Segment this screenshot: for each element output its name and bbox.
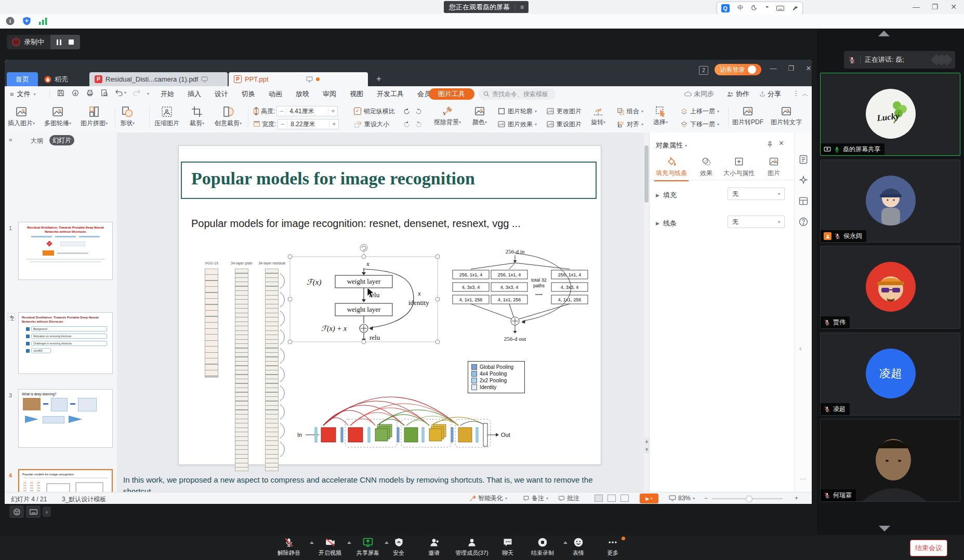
dense-connections-diagram[interactable]: In Out (294, 364, 525, 455)
group-button[interactable]: 组合▾ (617, 106, 643, 116)
tab-count-button[interactable]: 2 (699, 66, 708, 75)
compress-picture-button[interactable]: 压缩图片 (154, 105, 179, 128)
menu-design[interactable]: 设计 (215, 89, 228, 99)
print-icon[interactable] (86, 89, 94, 97)
meeting-info-icon[interactable]: i (5, 16, 15, 26)
zoom-out-button[interactable]: − (704, 495, 708, 502)
smart-beautify-button[interactable]: 智能美化▾ (469, 494, 507, 503)
remove-background-button[interactable]: 抠除背景▾ (434, 105, 461, 127)
reading-view-button[interactable] (620, 495, 629, 502)
height-stepper[interactable]: − 4.41厘米 + (276, 106, 338, 116)
share-button[interactable]: 分享 (759, 89, 781, 99)
width-stepper[interactable]: − 8.22厘米 + (278, 119, 339, 129)
menu-animation[interactable]: 动画 (269, 89, 282, 99)
zoom-level-button[interactable]: 83%▾ (669, 495, 695, 502)
tab-docer[interactable]: 稻壳 (39, 72, 88, 86)
participant-tile[interactable]: 凌超 凌超 (820, 332, 960, 416)
ime-punct-icon[interactable]: ❞ (766, 5, 769, 11)
collaborate-button[interactable]: 协作 (727, 89, 749, 99)
send-backward-button[interactable]: 下移一层▾ (680, 119, 719, 129)
tab-fill-and-line[interactable]: 填充与线条 (654, 156, 689, 178)
pause-recording-button[interactable] (57, 39, 61, 45)
slideshow-play-button[interactable]: ▶▾ (640, 494, 658, 503)
reset-picture-button[interactable]: 重设图片 (546, 119, 582, 129)
mic-options-caret[interactable] (310, 541, 314, 544)
rail-sparkle-icon[interactable] (798, 175, 809, 185)
resnext-block-diagram[interactable]: 256-d in 256, 1x1, 44, 3x3, 44, 1x1, 256… (450, 247, 600, 346)
tab-ppt-document[interactable]: P PPT.ppt (229, 72, 368, 86)
panel-close-icon[interactable]: ✕ (778, 139, 784, 147)
tab-pdf-document[interactable]: P Residual_Disti...camera (1).pdf (89, 72, 228, 86)
zoom-slider-handle[interactable] (746, 496, 752, 502)
tab-effects[interactable]: 效果 (697, 156, 715, 178)
picture-carousel-button[interactable]: 多图轮播▾ (44, 105, 71, 128)
residual-column[interactable] (265, 269, 279, 471)
plain-column[interactable] (235, 269, 248, 471)
collapse-ribbon-icon[interactable]: ︿ (802, 89, 809, 99)
pin-icon[interactable] (766, 141, 774, 149)
fill-section-row[interactable]: ▶填充 (656, 191, 677, 200)
line-select[interactable]: 无▾ (728, 216, 785, 228)
picture-to-pdf-button[interactable]: 图片转PDF (732, 105, 763, 127)
participant-tile[interactable]: 侯永阔 (820, 159, 960, 243)
picture-color-button[interactable]: 颜色▾ (472, 105, 487, 127)
redo-button[interactable] (133, 89, 141, 96)
file-menu[interactable]: ≡文件▾ (10, 89, 36, 99)
rail-properties-icon[interactable] (798, 154, 809, 165)
rail-more-icon[interactable]: ⋯ (800, 475, 806, 483)
participant-tile-screen-share[interactable]: Lucky 磊的屏幕共享 (820, 73, 960, 156)
previous-slide-button[interactable]: ▲ (644, 438, 649, 445)
end-meeting-button[interactable]: 结束会议 (910, 540, 947, 556)
ime-lang-icon[interactable]: 中 (737, 4, 744, 12)
residual-block-diagram[interactable]: x weight layer ℱ(x) relu weight layer ℱ(… (286, 242, 442, 346)
invite-button[interactable]: 邀请 (428, 537, 440, 557)
save-icon[interactable] (57, 89, 65, 97)
align-button[interactable]: 对齐▾ (617, 119, 643, 129)
export-icon[interactable] (71, 89, 80, 97)
width-minus-button[interactable]: − (278, 121, 287, 128)
comments-button[interactable]: 批注 (558, 494, 579, 503)
canvas-scrollbar-thumb[interactable] (644, 145, 649, 203)
sorter-view-button[interactable] (608, 495, 616, 502)
share-options-caret[interactable] (385, 541, 389, 544)
select-button[interactable]: 选择▾ (653, 105, 668, 127)
menubar-more-icon[interactable]: ⋮ (793, 89, 799, 97)
collapse-sidebar-icon[interactable]: « (9, 136, 12, 143)
title-placeholder-frame[interactable]: Popular models for image recognition (181, 162, 597, 199)
menu-review[interactable]: 审阅 (323, 89, 336, 99)
moon-icon[interactable] (751, 5, 758, 11)
slide-body-text[interactable]: Popular models for image recognition: re… (191, 218, 521, 230)
collapse-tools-chevron[interactable]: ‹ (43, 506, 51, 517)
tab-outline[interactable]: 大纲 (31, 137, 43, 145)
share-screen-button[interactable]: 共享屏幕 (356, 537, 379, 557)
scroll-up-arrow[interactable] (878, 31, 890, 36)
rail-layout-icon[interactable] (798, 196, 809, 206)
slide-thumbnail-3[interactable]: What is deep learning? (18, 389, 113, 448)
new-tab-button[interactable]: + (376, 74, 381, 84)
qat-more-icon[interactable]: ▾ (147, 91, 149, 96)
panel-collapse-chevron[interactable]: ‹ (799, 344, 801, 352)
slide-thumbnail-1[interactable]: Residual Distillation: Towards Portable … (18, 222, 113, 280)
ime-mode-icon[interactable]: Q (721, 4, 730, 12)
chat-button[interactable]: 聊天 (502, 537, 513, 557)
reset-size-button[interactable]: 重设大小 (354, 119, 389, 129)
more-button[interactable]: 更多 (607, 537, 618, 557)
next-slide-button[interactable]: ▼ (644, 446, 649, 454)
wrench-icon[interactable] (792, 5, 798, 11)
insert-picture-button[interactable]: 插入图片▾ (8, 105, 35, 128)
notes-button[interactable]: 备注▾ (523, 494, 548, 503)
change-picture-button[interactable]: 更改图片 (546, 106, 582, 116)
vgg-column[interactable] (205, 269, 218, 378)
height-plus-button[interactable]: + (328, 108, 337, 115)
slide-notes-text[interactable]: In this work, we proposed a new aspect t… (123, 474, 622, 492)
keyboard-icon[interactable] (776, 5, 784, 11)
picture-to-text-button[interactable]: 图片转文字 (771, 105, 802, 127)
stop-recording-button[interactable]: 结束录制 (531, 537, 554, 557)
video-options-caret[interactable] (347, 541, 351, 544)
annotation-tools-button[interactable] (26, 505, 41, 518)
template-name[interactable]: 3_默认设计模板 (62, 495, 106, 504)
security-button[interactable]: 安全 (393, 537, 404, 557)
picture-collage-button[interactable]: 图片拼图▾ (81, 105, 108, 128)
normal-view-button[interactable] (595, 495, 603, 502)
rotate-button[interactable]: 旋转▾ (591, 105, 605, 127)
